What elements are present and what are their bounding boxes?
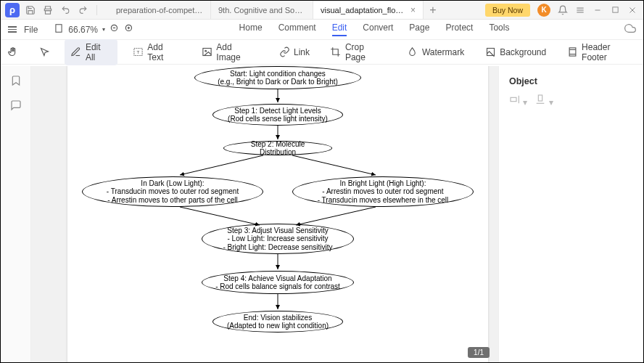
tab-2[interactable]: visual_adaptation_flowch...× <box>313 1 424 19</box>
zoom-value[interactable]: 66.67% <box>68 25 98 35</box>
link-tool[interactable]: Link <box>273 44 315 61</box>
object-panel: Object ▾ ▾ <box>498 66 643 362</box>
close-icon[interactable] <box>627 5 637 15</box>
user-avatar[interactable]: K <box>537 4 550 17</box>
bell-icon[interactable] <box>558 5 568 15</box>
app-logo-icon[interactable]: ρ <box>5 3 20 17</box>
separator <box>96 5 97 15</box>
buy-now-button[interactable]: Buy Now <box>485 4 530 17</box>
background-icon <box>484 46 496 58</box>
canvas-area[interactable]: Start: Light condition changes (e.g., Br… <box>31 66 498 362</box>
left-sidebar <box>1 66 31 362</box>
menu-convert[interactable]: Convert <box>363 23 393 36</box>
cloud-icon[interactable] <box>624 23 636 37</box>
pointer-tool[interactable] <box>33 44 56 61</box>
watermark-icon <box>407 46 418 58</box>
svg-rect-5 <box>612 7 617 12</box>
link-icon <box>278 46 290 58</box>
menu-protect[interactable]: Protect <box>445 23 473 36</box>
svg-line-25 <box>292 155 376 175</box>
zoom-dropdown-icon[interactable]: ▾ <box>102 26 105 33</box>
zoom-controls: 66.67% ▾ <box>54 23 134 36</box>
edit-toolbar: Edit All TAdd Text Add Image Link Crop P… <box>1 40 643 65</box>
page-indicator[interactable]: 1/1 <box>468 347 490 358</box>
add-tab-button[interactable]: + <box>424 1 442 19</box>
svg-rect-18 <box>487 49 494 56</box>
crop-page-tool[interactable]: Crop Page <box>324 39 392 65</box>
edit-all-tool[interactable]: Edit All <box>65 39 117 65</box>
svg-line-26 <box>180 207 260 225</box>
menu-home[interactable]: Home <box>239 23 263 36</box>
tab-strip: preparation-of-compete... 9th. Cognitive… <box>109 1 479 19</box>
svg-rect-19 <box>569 48 576 56</box>
svg-rect-16 <box>203 49 211 56</box>
zoom-in-icon[interactable] <box>124 23 134 36</box>
header-footer-tool[interactable]: Header Footer <box>561 39 643 65</box>
svg-rect-8 <box>56 25 62 33</box>
print-icon[interactable] <box>41 4 54 17</box>
redo-icon[interactable] <box>76 4 89 17</box>
hand-icon <box>7 46 18 58</box>
settings-menu-icon[interactable] <box>575 5 585 15</box>
tool-label: Header Footer <box>582 42 637 62</box>
tool-label: Edit All <box>86 42 112 62</box>
tab-label: visual_adaptation_flowch... <box>321 6 408 15</box>
tool-label: Background <box>500 47 546 57</box>
tab-close-icon[interactable]: × <box>410 5 416 15</box>
svg-point-17 <box>205 50 207 52</box>
menu-items: Home Comment Edit Convert Page Protect T… <box>134 23 614 36</box>
image-icon <box>201 46 212 58</box>
file-menu[interactable]: File <box>24 25 38 35</box>
document-page[interactable]: Start: Light condition changes (e.g., Br… <box>67 66 488 362</box>
view-mode-icon[interactable] <box>54 23 64 36</box>
menubar-left: File 66.67% ▾ <box>8 23 134 36</box>
zoom-out-icon[interactable] <box>110 23 120 36</box>
menu-comment[interactable]: Comment <box>278 23 316 36</box>
svg-text:T: T <box>136 49 139 54</box>
tool-label: Add Text <box>147 42 181 62</box>
menubar-right <box>614 23 636 37</box>
menu-edit[interactable]: Edit <box>332 23 347 36</box>
svg-rect-0 <box>46 10 51 14</box>
tool-label: Link <box>294 47 310 57</box>
save-icon[interactable] <box>24 4 37 17</box>
hand-tool[interactable] <box>1 44 24 61</box>
background-tool[interactable]: Background <box>479 44 552 61</box>
tool-label: Watermark <box>422 47 464 57</box>
tool-label: Add Image <box>216 42 258 62</box>
tab-label: 9th. Cognitive and Socio... <box>218 6 305 15</box>
menu-page[interactable]: Page <box>409 23 429 36</box>
pointer-icon <box>38 46 50 58</box>
svg-line-24 <box>180 155 263 175</box>
undo-icon[interactable] <box>59 4 72 17</box>
titlebar-right: Buy Now K <box>479 4 643 17</box>
panel-actions: ▾ ▾ <box>509 94 633 107</box>
tab-0[interactable]: preparation-of-compete... <box>109 1 211 19</box>
titlebar-left: ρ <box>1 3 104 17</box>
header-footer-icon <box>566 46 578 58</box>
add-image-tool[interactable]: Add Image <box>195 39 264 65</box>
tab-1[interactable]: 9th. Cognitive and Socio... <box>211 1 313 19</box>
svg-rect-32 <box>539 95 542 101</box>
hamburger-icon[interactable] <box>8 26 17 33</box>
watermark-tool[interactable]: Watermark <box>401 44 470 61</box>
menu-bar: File 66.67% ▾ Home Comment Edit Convert … <box>1 20 643 40</box>
crop-icon <box>330 46 342 58</box>
panel-title: Object <box>509 76 633 86</box>
minimize-icon[interactable] <box>593 5 603 15</box>
maximize-icon[interactable] <box>610 5 620 15</box>
menu-tools[interactable]: Tools <box>489 23 509 36</box>
title-bar: ρ preparation-of-compete... 9th. Cogniti… <box>1 1 643 20</box>
svg-rect-30 <box>511 97 516 101</box>
workspace: Start: Light condition changes (e.g., Br… <box>1 66 643 362</box>
comment-panel-icon[interactable] <box>10 99 22 114</box>
tab-label: preparation-of-compete... <box>116 6 203 15</box>
flow-arrows <box>67 66 488 362</box>
align-horizontal-icon[interactable]: ▾ <box>509 94 527 107</box>
add-text-tool[interactable]: TAdd Text <box>126 39 186 65</box>
tool-label: Crop Page <box>345 42 387 62</box>
edit-icon <box>70 46 82 58</box>
bookmark-icon[interactable] <box>10 75 22 89</box>
align-vertical-icon[interactable]: ▾ <box>534 94 553 107</box>
svg-line-27 <box>296 207 376 225</box>
